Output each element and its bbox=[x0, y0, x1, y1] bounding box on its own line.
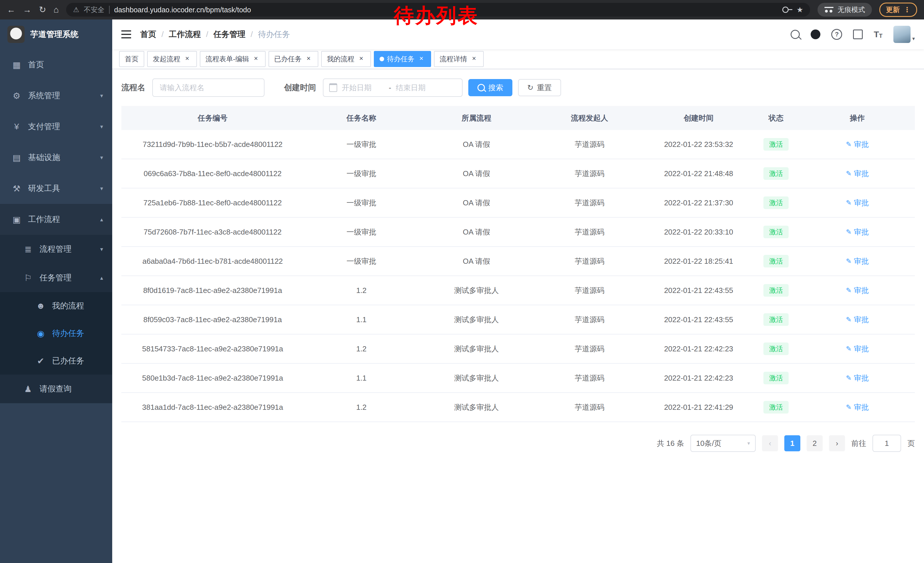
cell-task-id: 75d72608-7b7f-11ec-a3c8-acde48001122 bbox=[122, 217, 304, 246]
cell-task-id: 580e1b3d-7ac8-11ec-a9e2-a2380e71991a bbox=[122, 363, 304, 393]
col-action: 操作 bbox=[800, 106, 915, 130]
close-icon[interactable]: × bbox=[417, 55, 425, 63]
home-icon[interactable]: ⌂ bbox=[54, 6, 58, 14]
tab-home[interactable]: 首页 bbox=[119, 51, 144, 67]
sidebar-menu: ▦ 首页 ⚙ 系统管理 ▾ ¥ 支付管理 ▾ ▤ 基础设施 ▾ bbox=[0, 49, 112, 403]
sidebar-item-label: 工作流程 bbox=[28, 214, 100, 225]
tab-done-task[interactable]: 已办任务 × bbox=[268, 51, 318, 67]
approve-link[interactable]: ✎ 审批 bbox=[846, 256, 869, 266]
reload-icon[interactable]: ↻ bbox=[39, 6, 46, 14]
user-menu[interactable]: ▾ bbox=[893, 26, 915, 43]
sidebar-item-devtools[interactable]: ⚒ 研发工具 ▾ bbox=[0, 173, 112, 204]
sidebar-item-pay[interactable]: ¥ 支付管理 ▾ bbox=[0, 111, 112, 142]
tab-todo-task[interactable]: 待办任务 × bbox=[374, 51, 431, 67]
goto-page-input[interactable] bbox=[873, 435, 901, 452]
cell-starter: 芋道源码 bbox=[534, 305, 645, 334]
close-icon[interactable]: × bbox=[252, 55, 260, 63]
sidebar-item-home[interactable]: ▦ 首页 bbox=[0, 49, 112, 80]
kebab-menu-icon[interactable]: ⋮ bbox=[904, 6, 910, 14]
font-size-icon[interactable]: TT bbox=[874, 30, 882, 39]
sidebar-item-label: 系统管理 bbox=[28, 90, 100, 101]
hamburger-icon[interactable] bbox=[122, 30, 131, 38]
status-badge: 激活 bbox=[764, 138, 789, 151]
prev-page-button[interactable]: ‹ bbox=[762, 435, 778, 451]
url-text: dashboard.yudao.iocoder.cn/bpm/task/todo bbox=[114, 6, 251, 14]
sidebar-item-label: 待办任务 bbox=[52, 328, 103, 339]
update-button[interactable]: 更新 ⋮ bbox=[879, 3, 917, 17]
status-badge: 激活 bbox=[764, 255, 789, 267]
search-icon[interactable] bbox=[790, 30, 800, 39]
sidebar-item-system[interactable]: ⚙ 系统管理 ▾ bbox=[0, 80, 112, 111]
cell-task-id: 069c6a63-7b8a-11ec-8ef0-acde48001122 bbox=[122, 159, 304, 188]
approve-label: 审批 bbox=[854, 402, 869, 412]
close-icon[interactable]: × bbox=[183, 55, 191, 63]
page-1-button[interactable]: 1 bbox=[784, 435, 800, 451]
tab-start-process[interactable]: 发起流程 × bbox=[147, 51, 197, 67]
approve-link[interactable]: ✎ 审批 bbox=[846, 315, 869, 325]
logo-image bbox=[8, 26, 25, 43]
edit-icon: ✎ bbox=[846, 170, 852, 177]
sidebar-item-label: 已办任务 bbox=[52, 355, 103, 366]
approve-link[interactable]: ✎ 审批 bbox=[846, 140, 869, 150]
table-row: 8f0d1619-7ac8-11ec-a9e2-a2380e71991a 1.2… bbox=[122, 276, 915, 305]
sidebar-item-process-mgmt[interactable]: ≣ 流程管理 ▾ bbox=[0, 235, 112, 263]
breadcrumb-task-mgmt[interactable]: 任务管理 bbox=[213, 29, 246, 40]
chevron-right-icon: › bbox=[836, 439, 838, 448]
key-icon[interactable] bbox=[782, 7, 789, 13]
breadcrumb-workflow[interactable]: 工作流程 bbox=[169, 29, 201, 40]
cell-starter: 芋道源码 bbox=[534, 188, 645, 217]
cell-task-id: 725a1eb6-7b88-11ec-8ef0-acde48001122 bbox=[122, 188, 304, 217]
incognito-icon bbox=[824, 7, 834, 13]
sidebar-item-infra[interactable]: ▤ 基础设施 ▾ bbox=[0, 142, 112, 173]
col-starter: 流程发起人 bbox=[534, 106, 645, 130]
page-2-button[interactable]: 2 bbox=[807, 435, 823, 451]
tab-form-edit[interactable]: 流程表单-编辑 × bbox=[200, 51, 266, 67]
breadcrumb-separator: / bbox=[206, 30, 208, 39]
approve-link[interactable]: ✎ 审批 bbox=[846, 402, 869, 412]
sidebar-item-done-task[interactable]: ✔ 已办任务 bbox=[0, 347, 112, 375]
annotation-text: 待办列表 bbox=[394, 2, 478, 29]
security-label: 不安全 bbox=[84, 5, 105, 14]
approve-link[interactable]: ✎ 审批 bbox=[846, 227, 869, 237]
approve-link[interactable]: ✎ 审批 bbox=[846, 373, 869, 383]
forward-icon[interactable]: → bbox=[23, 6, 32, 14]
table-row: 8f059c03-7ac8-11ec-a9e2-a2380e71991a 1.1… bbox=[122, 305, 915, 334]
cell-task-id: 8f059c03-7ac8-11ec-a9e2-a2380e71991a bbox=[122, 305, 304, 334]
approve-link[interactable]: ✎ 审批 bbox=[846, 169, 869, 179]
next-page-button[interactable]: › bbox=[829, 435, 845, 451]
sidebar-item-my-process[interactable]: ☻ 我的流程 bbox=[0, 292, 112, 320]
page-size-select[interactable]: 10条/页 ▾ bbox=[690, 435, 756, 452]
start-date-input[interactable] bbox=[340, 83, 385, 93]
close-icon[interactable]: × bbox=[470, 55, 478, 63]
approve-link[interactable]: ✎ 审批 bbox=[846, 285, 869, 296]
eye-icon: ◉ bbox=[36, 329, 46, 338]
breadcrumb-home[interactable]: 首页 bbox=[140, 29, 156, 40]
search-button[interactable]: 搜索 bbox=[468, 79, 512, 96]
status-badge: 激活 bbox=[764, 284, 789, 297]
end-date-input[interactable] bbox=[395, 83, 440, 93]
date-range-picker[interactable]: - bbox=[323, 78, 463, 97]
sidebar-item-leave-query[interactable]: ♟ 请假查询 bbox=[0, 375, 112, 403]
cell-task-name: 一级审批 bbox=[304, 217, 419, 246]
table-row: a6aba0a4-7b6d-11ec-b781-acde48001122 一级审… bbox=[122, 246, 915, 276]
sidebar-item-task-mgmt[interactable]: ⚐ 任务管理 ▴ bbox=[0, 263, 112, 292]
close-icon[interactable]: × bbox=[357, 55, 365, 63]
sidebar-item-todo-task[interactable]: ◉ 待办任务 bbox=[0, 320, 112, 347]
pagination: 共 16 条 10条/页 ▾ ‹ 1 2 › 前往 页 bbox=[122, 435, 915, 452]
back-icon[interactable]: ← bbox=[7, 6, 15, 14]
tab-process-detail[interactable]: 流程详情 × bbox=[434, 51, 484, 67]
tab-my-process[interactable]: 我的流程 × bbox=[321, 51, 371, 67]
process-name-input[interactable] bbox=[152, 78, 264, 97]
sidebar-item-workflow[interactable]: ▣ 工作流程 ▴ bbox=[0, 204, 112, 235]
person-icon: ☻ bbox=[36, 301, 46, 311]
github-icon[interactable] bbox=[811, 30, 820, 39]
close-icon[interactable]: × bbox=[304, 55, 313, 63]
bookmark-star-icon[interactable]: ★ bbox=[796, 6, 803, 14]
approve-link[interactable]: ✎ 审批 bbox=[846, 198, 869, 208]
fullscreen-icon[interactable] bbox=[853, 30, 863, 39]
help-icon[interactable]: ? bbox=[831, 29, 842, 40]
check-icon: ✔ bbox=[36, 356, 46, 366]
search-label: 搜索 bbox=[488, 83, 503, 93]
approve-link[interactable]: ✎ 审批 bbox=[846, 344, 869, 354]
reset-button[interactable]: ↻ 重置 bbox=[518, 79, 561, 96]
